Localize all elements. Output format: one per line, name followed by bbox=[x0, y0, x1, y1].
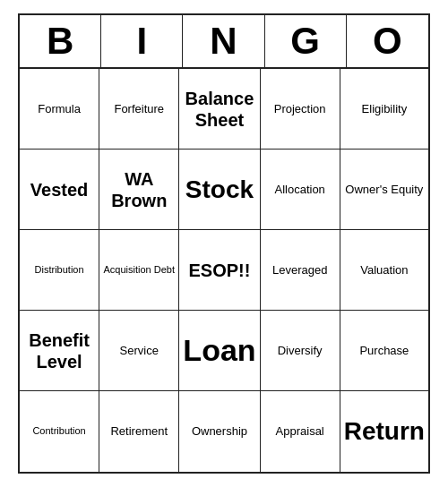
bingo-cell[interactable]: Stock bbox=[179, 150, 260, 230]
bingo-cell[interactable]: Return bbox=[340, 391, 428, 472]
cell-label: Distribution bbox=[35, 264, 84, 276]
cell-label: Formula bbox=[38, 102, 81, 116]
bingo-cell[interactable]: Benefit Level bbox=[20, 311, 99, 391]
bingo-cell[interactable]: Distribution bbox=[20, 230, 99, 311]
bingo-cell[interactable]: WA Brown bbox=[99, 150, 179, 230]
cell-label: Diversify bbox=[278, 344, 323, 358]
bingo-cell[interactable]: Purchase bbox=[340, 311, 428, 391]
cell-label: Eligibility bbox=[362, 102, 408, 116]
bingo-header: BINGO bbox=[20, 15, 428, 69]
bingo-cell[interactable]: Projection bbox=[261, 69, 340, 150]
bingo-cell[interactable]: Appraisal bbox=[261, 391, 340, 472]
bingo-cell[interactable]: Forfeiture bbox=[99, 69, 179, 150]
cell-label: Purchase bbox=[359, 344, 409, 358]
cell-label: Leveraged bbox=[272, 263, 327, 278]
bingo-cell[interactable]: Ownership bbox=[179, 391, 260, 472]
bingo-letter: B bbox=[20, 15, 101, 67]
bingo-letter: O bbox=[347, 15, 428, 67]
bingo-letter: I bbox=[101, 15, 183, 67]
cell-label: Projection bbox=[274, 102, 326, 116]
bingo-cell[interactable]: Diversify bbox=[261, 311, 340, 391]
bingo-cell[interactable]: Contribution bbox=[20, 391, 99, 472]
bingo-cell[interactable]: Retirement bbox=[99, 391, 179, 472]
bingo-cell[interactable]: ESOP!! bbox=[179, 230, 260, 311]
bingo-letter: G bbox=[265, 15, 347, 67]
bingo-cell[interactable]: Valuation bbox=[340, 230, 428, 311]
bingo-cell[interactable]: Allocation bbox=[261, 150, 340, 230]
cell-label: Valuation bbox=[360, 263, 408, 278]
bingo-cell[interactable]: Eligibility bbox=[340, 69, 428, 150]
cell-label: Acquisition Debt bbox=[104, 264, 176, 276]
bingo-cell[interactable]: Formula bbox=[20, 69, 99, 150]
cell-label: Retirement bbox=[110, 424, 168, 439]
cell-label: Contribution bbox=[32, 425, 85, 437]
cell-label: Allocation bbox=[274, 183, 324, 197]
bingo-cell[interactable]: Service bbox=[99, 311, 179, 391]
bingo-cell[interactable]: Loan bbox=[179, 311, 260, 391]
cell-label: ESOP!! bbox=[189, 260, 251, 281]
bingo-grid: FormulaForfeitureBalance SheetProjection… bbox=[20, 69, 428, 472]
cell-label: Stock bbox=[185, 175, 254, 205]
cell-label: Owner's Equity bbox=[345, 183, 423, 197]
cell-label: Ownership bbox=[192, 424, 247, 439]
bingo-cell[interactable]: Acquisition Debt bbox=[99, 230, 179, 311]
bingo-cell[interactable]: Vested bbox=[20, 150, 99, 230]
cell-label: Loan bbox=[183, 332, 255, 369]
bingo-cell[interactable]: Balance Sheet bbox=[179, 69, 260, 150]
bingo-cell[interactable]: Leveraged bbox=[261, 230, 340, 311]
cell-label: Vested bbox=[30, 179, 88, 201]
cell-label: Appraisal bbox=[276, 424, 324, 439]
bingo-letter: N bbox=[183, 15, 264, 67]
bingo-cell[interactable]: Owner's Equity bbox=[340, 150, 428, 230]
bingo-card: BINGO FormulaForfeitureBalance SheetProj… bbox=[18, 13, 430, 474]
cell-label: Forfeiture bbox=[114, 102, 164, 116]
cell-label: Balance Sheet bbox=[183, 88, 255, 131]
cell-label: Service bbox=[120, 344, 159, 358]
cell-label: Benefit Level bbox=[23, 329, 95, 372]
cell-label: WA Brown bbox=[103, 168, 175, 211]
cell-label: Return bbox=[344, 416, 425, 447]
